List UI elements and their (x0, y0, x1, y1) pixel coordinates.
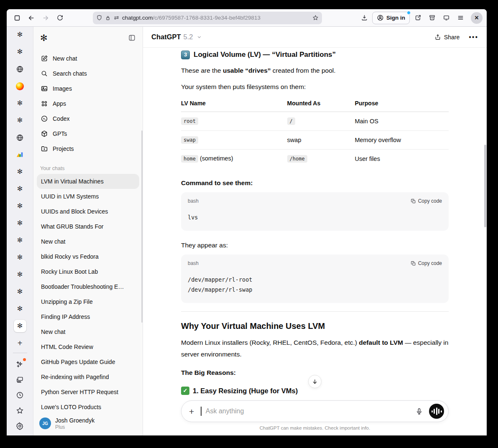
chatgpt-logo-tab-active[interactable]: ✻ (14, 320, 26, 332)
sidebar-item-projects[interactable]: Projects (37, 141, 139, 156)
profile-name: Josh Groendyk (55, 417, 94, 424)
globe-tab[interactable] (14, 131, 26, 144)
chatgpt-logo-tab[interactable]: ✻ (14, 28, 26, 41)
chatgpt-logo-tab[interactable]: ✻ (14, 97, 26, 109)
display-icon[interactable] (440, 12, 452, 24)
ai-sparkle-button[interactable] (14, 358, 26, 370)
analytics-icon (16, 151, 24, 158)
inline-code-chip: home (181, 155, 198, 163)
copy-code-button[interactable]: Copy code (411, 198, 442, 204)
forward-icon[interactable] (39, 12, 52, 24)
sidebar-item-new-chat[interactable]: New chat (37, 51, 139, 66)
analytics-tab[interactable] (14, 148, 26, 161)
chatgpt-logo-tab[interactable]: ✻ (14, 183, 26, 195)
chatgpt-logo-tab[interactable]: ✻ (14, 268, 26, 281)
scroll-to-bottom-button[interactable] (308, 375, 322, 388)
section-heading-lv: 3 Logical Volume (LV) — “Virtual Partiti… (181, 49, 449, 60)
firefox-tab[interactable] (14, 80, 26, 92)
bookmarks-star-button[interactable] (14, 404, 26, 417)
copy-code-button[interactable]: Copy code (411, 260, 442, 266)
new-tab-button[interactable]: + (14, 337, 26, 349)
attach-plus-icon[interactable]: + (189, 407, 194, 416)
chat-main: ChatGPT 5.2 Share ••• (143, 27, 487, 435)
share-button[interactable]: Share (434, 34, 460, 41)
model-version: 5.2 (184, 33, 193, 41)
chatgpt-logo-tab[interactable]: ✻ (14, 303, 26, 315)
chat-list-item[interactable]: Bootloader Troubleshooting E… (37, 279, 139, 294)
settings-gear-button[interactable] (14, 420, 26, 432)
chat-list-item[interactable]: Re-indexing with Pagefind (37, 369, 139, 384)
chat-list-item[interactable]: New chat (37, 234, 139, 249)
inline-code-chip: swap (181, 136, 198, 144)
url-text: chatgpt.com/c/69759587-1768-8331-9e34-be… (122, 15, 310, 21)
code-language: bash (188, 260, 199, 266)
chatgpt-logo-tab[interactable]: ✻ (14, 200, 26, 212)
chat-list-item[interactable]: Python Server HTTP Request (37, 384, 139, 400)
chat-list-item[interactable]: HTML Code Review (37, 339, 139, 354)
bookmark-star-icon[interactable] (312, 15, 319, 21)
ai-sparkle-icon (16, 360, 24, 368)
synced-tabs-button[interactable] (14, 373, 26, 386)
chat-list-item[interactable]: New chat (37, 324, 139, 339)
chat-header: ChatGPT 5.2 Share ••• (143, 27, 487, 48)
chatgpt-logo-icon: ✻ (17, 186, 23, 192)
chat-list-item[interactable]: LVM in Virtual Machines (37, 174, 139, 189)
history-clock-button[interactable] (14, 389, 26, 401)
keycap-3-emoji: 3 (181, 51, 190, 59)
collapse-sidebar-icon[interactable] (128, 34, 136, 42)
chatgpt-logo-tab[interactable]: ✻ (14, 234, 26, 247)
tab-strip-divider (13, 353, 27, 353)
code-language: bash (188, 198, 199, 204)
sidebar-item-label: Images (53, 85, 72, 92)
chatgpt-logo-tab[interactable]: ✻ (14, 217, 26, 229)
lv-table: LV NameMounted AsPurpose root/Main OSswa… (181, 100, 449, 168)
profile-row[interactable]: JG Josh Groendyk Plus (33, 414, 143, 435)
openai-logo-icon[interactable]: ✻ (40, 33, 48, 42)
tab-manager-icon[interactable] (11, 12, 23, 24)
chat-list-item[interactable]: GitHub Pages Update Guide (37, 354, 139, 369)
reload-icon[interactable] (54, 12, 66, 24)
export-icon[interactable] (411, 12, 424, 24)
microphone-icon[interactable] (415, 407, 423, 415)
sidebar-item-images[interactable]: Images (37, 81, 139, 96)
url-bar[interactable]: chatgpt.com/c/69759587-1768-8331-9e34-be… (93, 12, 322, 24)
archive-icon[interactable] (426, 12, 438, 24)
table-row: home (sometimes)/homeUser files (181, 150, 449, 168)
globe-tab[interactable] (14, 63, 26, 75)
back-icon[interactable] (25, 12, 38, 24)
chatgpt-logo-icon: ✻ (17, 271, 23, 278)
chat-list-item[interactable]: UUID in LVM Systems (37, 189, 139, 204)
sidebar-scrollbar[interactable] (141, 130, 143, 323)
chat-list-item[interactable]: Lowe's LOTO Products (37, 400, 139, 414)
sign-in-button[interactable]: Sign in (372, 12, 410, 24)
chatgpt-logo-tab[interactable]: ✻ (14, 251, 26, 264)
chat-list-item[interactable]: Rocky Linux Boot Lab (37, 264, 139, 279)
sidebar-item-codex[interactable]: Codex (37, 111, 139, 126)
browser-toolbar: chatgpt.com/c/69759587-1768-8331-9e34-be… (7, 9, 487, 27)
shield-icon[interactable] (96, 15, 102, 21)
sidebar-item-gpts[interactable]: GPTs (37, 126, 139, 141)
chatgpt-logo-tab[interactable]: ✻ (14, 285, 26, 298)
sidebar-item-label: Search chats (53, 70, 87, 77)
download-icon[interactable] (358, 12, 370, 24)
chat-list-item[interactable]: Finding IP Address (37, 309, 139, 324)
close-icon[interactable]: ✕ (471, 12, 483, 24)
table-cell: swap (181, 131, 287, 150)
chat-list-item[interactable]: Unzipping a Zip File (37, 294, 139, 309)
more-options-button[interactable]: ••• (469, 33, 478, 41)
lock-icon[interactable] (105, 15, 111, 21)
chat-list-item[interactable]: UUIDs and Block Devices (37, 204, 139, 219)
voice-mode-button[interactable] (429, 404, 444, 419)
chatgpt-logo-tab[interactable]: ✻ (14, 165, 26, 178)
chat-list-item[interactable]: blkid Rocky vs Fedora (37, 249, 139, 264)
menu-icon[interactable] (454, 12, 467, 24)
model-switcher[interactable]: ChatGPT 5.2 (151, 33, 202, 41)
permissions-icon[interactable] (113, 15, 120, 21)
chat-list-item[interactable]: What GRUB Stands For (37, 219, 139, 234)
page-scrollbar[interactable] (484, 145, 486, 227)
message-input[interactable]: + Ask anything (181, 400, 449, 422)
chatgpt-logo-tab[interactable]: ✻ (14, 114, 26, 127)
sidebar-item-apps[interactable]: Apps (37, 96, 139, 111)
chatgpt-logo-tab[interactable]: ✻ (14, 46, 26, 58)
sidebar-item-search-chats[interactable]: Search chats (37, 66, 139, 81)
